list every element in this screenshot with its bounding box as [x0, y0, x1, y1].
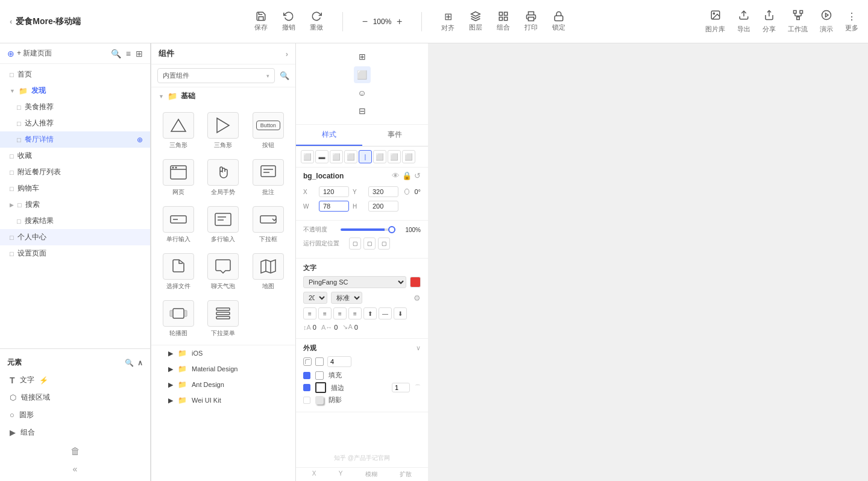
expand-comp-icon[interactable]: ›	[286, 49, 288, 58]
undo-button[interactable]: 撤销	[282, 11, 295, 32]
element-text[interactable]: T 文字 ⚡	[0, 371, 150, 389]
mode-icon-4[interactable]: ⊟	[354, 102, 371, 119]
text-align-left-btn[interactable]: ≡	[303, 307, 316, 319]
comp-triangle-up[interactable]: 三角形	[159, 110, 198, 152]
font-family-select[interactable]: PingFang SC	[303, 276, 406, 288]
pos-btn-1[interactable]: ▢	[349, 237, 361, 250]
lock-button[interactable]: 锁定	[552, 11, 565, 32]
comp-section-ant[interactable]: ▶ 📁 Ant Design	[151, 377, 295, 392]
reset-icon[interactable]: ↺	[414, 171, 421, 180]
component-type-dropdown[interactable]: 内置组件 ▾	[157, 68, 275, 83]
w-input[interactable]	[319, 201, 349, 212]
element-link-area[interactable]: ⬡ 链接区域	[0, 389, 150, 406]
export-button[interactable]: 导出	[737, 10, 750, 34]
sidebar-item-nearby[interactable]: □ 附近餐厅列表	[0, 164, 150, 180]
zoom-minus-btn[interactable]: −	[362, 16, 368, 27]
trash-icon[interactable]: 🗑	[71, 446, 80, 457]
sidebar-item-discover[interactable]: ▼ 📁 发现	[0, 83, 150, 99]
more-button[interactable]: ⋮ 更多	[845, 11, 858, 33]
comp-file-select[interactable]: 选择文件	[159, 251, 198, 293]
sidebar-item-settings[interactable]: □ 设置页面	[0, 245, 150, 262]
grid-icon[interactable]: ⊞	[136, 49, 143, 58]
align-button[interactable]: ⊞ 对齐	[441, 11, 454, 33]
distribute-v-btn[interactable]: ⬜	[402, 150, 415, 163]
align-center-h-btn[interactable]: ▬	[315, 150, 329, 163]
distribute-h-btn[interactable]: ⬜	[388, 150, 401, 163]
collapse-sidebar-icon[interactable]: «	[73, 464, 78, 474]
back-arrow-icon[interactable]: ‹	[10, 17, 12, 26]
comp-section-basic-header[interactable]: ▼ 📁 基础	[151, 87, 295, 105]
search-comp-icon[interactable]: 🔍	[280, 71, 289, 80]
text-valign-bot-btn[interactable]: ⬇	[394, 307, 407, 319]
sidebar-item-cart[interactable]: □ 购物车	[0, 180, 150, 196]
comp-map[interactable]: 地图	[248, 251, 288, 293]
text-justify-btn[interactable]: ≡	[348, 307, 362, 319]
fill-checkbox[interactable]	[303, 372, 310, 379]
workflow-button[interactable]: 工作流	[788, 10, 808, 34]
redo-button[interactable]: 重做	[310, 11, 323, 32]
save-button[interactable]: 保存	[254, 11, 268, 32]
text-align-center-btn[interactable]: ≡	[318, 307, 332, 319]
font-weight-select[interactable]: 标准	[331, 292, 362, 304]
print-button[interactable]: 打印	[524, 11, 538, 32]
sidebar-item-home[interactable]: □ 首页	[0, 66, 150, 83]
lock-element-icon[interactable]: 🔒	[402, 171, 412, 180]
sidebar-item-profile[interactable]: □ 个人中心	[0, 229, 150, 245]
share-button[interactable]: 分享	[763, 10, 776, 34]
list-icon[interactable]: ≡	[126, 49, 131, 58]
comp-dropdown-menu[interactable]: 下拉菜单	[203, 298, 243, 340]
shadow-checkbox[interactable]	[303, 397, 310, 404]
tab-style[interactable]: 样式	[296, 125, 362, 146]
sidebar-item-search-results[interactable]: □ 搜索结果	[0, 213, 150, 229]
comp-dropdown-comp[interactable]: 下拉框	[248, 204, 288, 246]
pos-btn-3[interactable]: ▢	[378, 237, 390, 250]
search-elements-icon[interactable]: 🔍	[125, 359, 134, 367]
comp-gesture[interactable]: 全局手势	[203, 157, 243, 199]
gear-icon[interactable]: ⚙	[414, 294, 421, 303]
stroke-width-input[interactable]	[392, 383, 410, 392]
x-input[interactable]	[319, 186, 349, 197]
comp-annotate[interactable]: 批注	[248, 157, 288, 199]
present-button[interactable]: 演示	[820, 10, 833, 34]
comp-button[interactable]: Button 按钮	[248, 110, 288, 152]
comp-multi-input[interactable]: 多行输入	[203, 204, 243, 246]
align-left-btn[interactable]: ⬜	[301, 150, 314, 163]
stroke-checkbox[interactable]	[303, 384, 310, 391]
comp-section-weiui[interactable]: ▶ 📁 Wei UI Kit	[151, 392, 295, 408]
align-right-btn[interactable]: ⬜	[330, 150, 343, 163]
align-bottom-btn[interactable]: ⬜	[373, 150, 386, 163]
new-page-button[interactable]: ⊕ + 新建页面	[7, 48, 106, 58]
sidebar-item-search[interactable]: ▶ □ 搜索	[0, 196, 150, 213]
eye-icon[interactable]: 👁	[392, 171, 400, 180]
app-title[interactable]: ‹ 爱食More-移动端	[10, 16, 130, 27]
align-top-btn[interactable]: ⬜	[344, 150, 357, 163]
comp-section-material[interactable]: ▶ 📁 Material Design	[151, 361, 295, 377]
comp-triangle-right[interactable]: 三角形	[203, 110, 243, 152]
sidebar-item-favorites[interactable]: □ 收藏	[0, 148, 150, 164]
collapse-icon[interactable]: ∧	[137, 359, 143, 367]
expand-appearance-icon[interactable]: ∨	[416, 344, 421, 352]
opacity-slider[interactable]	[341, 228, 395, 231]
zoom-plus-btn[interactable]: +	[397, 16, 402, 27]
layers-button[interactable]: 图层	[469, 11, 482, 32]
y-input[interactable]	[368, 186, 398, 197]
pos-btn-2[interactable]: ▢	[363, 237, 376, 250]
tab-events[interactable]: 事件	[362, 125, 429, 146]
element-group[interactable]: ▶ 组合	[0, 424, 150, 441]
element-circle[interactable]: ○ 圆形	[0, 406, 150, 424]
font-color-box[interactable]	[410, 277, 421, 288]
mode-icon-3[interactable]: ☺	[354, 84, 371, 101]
align-center-v-btn[interactable]: |	[359, 150, 372, 163]
sidebar-item-expert-rec[interactable]: □ 达人推荐	[0, 115, 150, 131]
search-icon[interactable]: 🔍	[111, 49, 121, 58]
group-button[interactable]: 组合	[497, 11, 510, 32]
library-button[interactable]: 图片库	[705, 10, 725, 34]
comp-webpage[interactable]: 网页	[159, 157, 198, 199]
text-align-right-btn[interactable]: ≡	[333, 307, 347, 319]
text-valign-top-btn[interactable]: ⬆	[363, 307, 377, 319]
comp-section-ios[interactable]: ▶ 📁 iOS	[151, 345, 295, 361]
mode-icon-2[interactable]: ⬜	[354, 66, 371, 83]
text-valign-mid-btn[interactable]: —	[379, 307, 392, 319]
mode-icon-1[interactable]: ⊞	[354, 48, 371, 65]
corner-radius-input[interactable]	[327, 356, 351, 367]
